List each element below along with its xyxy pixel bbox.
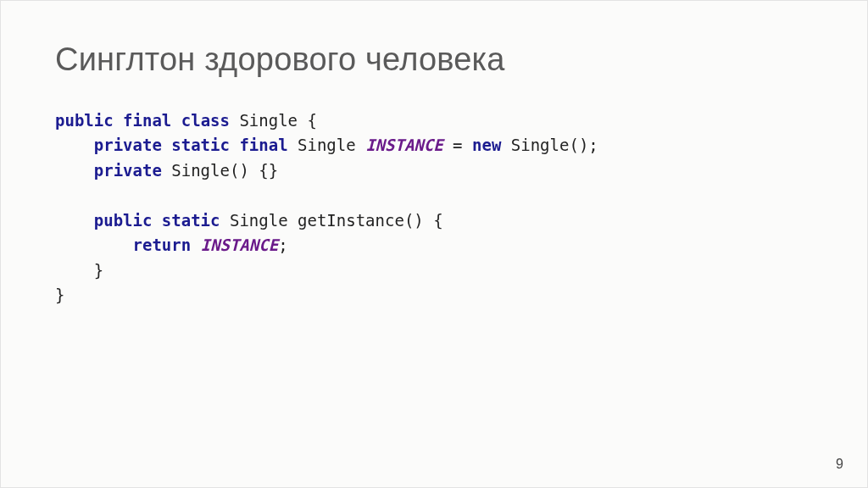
space	[220, 211, 230, 230]
code-block: public final class Single { private stat…	[55, 108, 813, 308]
identifier-single: Single	[511, 136, 570, 154]
identifier-single: Single	[171, 161, 230, 180]
space	[501, 136, 510, 154]
space	[230, 136, 239, 154]
constant-instance: INSTANCE	[201, 236, 279, 254]
equals: =	[453, 136, 462, 154]
indent	[55, 211, 94, 230]
constant-instance: INSTANCE	[365, 136, 443, 154]
identifier-single: Single	[230, 211, 288, 230]
empty-braces: {}	[259, 161, 278, 180]
space	[288, 136, 298, 154]
space	[171, 111, 181, 130]
parens: ()	[404, 211, 424, 230]
space	[356, 136, 365, 154]
keyword-public: public	[94, 211, 153, 230]
semicolon: ;	[278, 236, 287, 254]
space	[152, 211, 161, 230]
keyword-return: return	[133, 236, 192, 254]
identifier-single: Single	[239, 111, 298, 130]
keyword-static: static	[171, 136, 230, 154]
brace-close: }	[94, 261, 103, 280]
space	[162, 136, 171, 154]
keyword-private: private	[94, 136, 162, 154]
keyword-private: private	[94, 161, 162, 180]
space	[249, 161, 259, 180]
brace-open: {	[308, 111, 317, 130]
slide: Синглтон здорового человека public final…	[0, 0, 868, 488]
identifier-getinstance: getInstance	[298, 211, 404, 230]
space	[443, 136, 453, 154]
identifier-single: Single	[298, 136, 356, 154]
space	[114, 111, 123, 130]
keyword-final: final	[239, 136, 287, 154]
slide-title: Синглтон здорового человека	[55, 42, 813, 78]
brace-close: }	[55, 286, 64, 304]
semicolon: ;	[588, 136, 598, 154]
parens: ()	[230, 161, 249, 180]
space	[424, 211, 433, 230]
space	[191, 236, 200, 254]
space	[298, 111, 307, 130]
space	[288, 211, 298, 230]
keyword-new: new	[472, 136, 501, 154]
space	[230, 111, 239, 130]
space	[162, 161, 171, 180]
space	[463, 136, 472, 154]
indent	[55, 236, 133, 254]
keyword-final: final	[123, 111, 171, 130]
parens: ()	[569, 136, 588, 154]
indent	[55, 161, 94, 180]
keyword-public: public	[55, 111, 114, 130]
indent	[55, 261, 94, 280]
brace-open: {	[433, 211, 442, 230]
indent	[55, 136, 94, 154]
keyword-static: static	[162, 211, 220, 230]
page-number: 9	[836, 457, 843, 472]
keyword-class: class	[181, 111, 230, 130]
